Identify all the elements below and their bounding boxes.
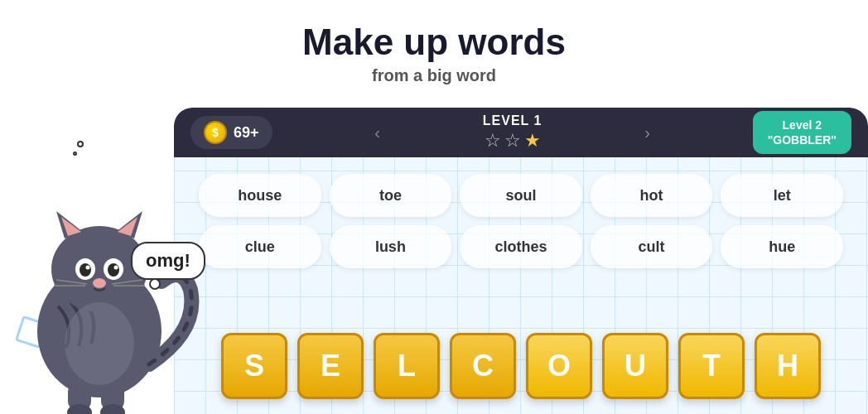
svg-point-8 — [80, 263, 91, 277]
word-cell[interactable]: clothes — [460, 225, 582, 268]
letter-tile-t[interactable]: T — [678, 333, 745, 399]
letter-tile-l[interactable]: L — [374, 333, 440, 399]
page-subtitle: from a big word — [372, 66, 496, 85]
nav-left-arrow[interactable]: ‹ — [364, 119, 391, 146]
star-1: ☆ — [485, 130, 501, 152]
level2-line1: Level 2 — [768, 118, 837, 132]
words-area: housetoesoulhotletcluelushclothesculthue — [190, 166, 851, 277]
word-cell[interactable]: lush — [330, 225, 452, 268]
letter-tile-c[interactable]: C — [450, 333, 516, 399]
svg-point-10 — [86, 266, 90, 270]
word-cell[interactable]: let — [721, 174, 843, 217]
word-cell[interactable]: cult — [591, 225, 713, 268]
tiles-row: SELCOUTH — [190, 333, 851, 399]
word-cell[interactable]: soul — [460, 174, 582, 217]
letter-tile-o[interactable]: O — [526, 333, 592, 399]
nav-right-arrow[interactable]: › — [634, 119, 661, 146]
level-label: LEVEL 1 — [483, 113, 542, 128]
svg-point-11 — [114, 266, 118, 270]
letter-tile-e[interactable]: E — [297, 333, 364, 399]
word-cell[interactable]: toe — [330, 174, 452, 217]
bubble-dot-1 — [77, 141, 84, 147]
letter-tile-u[interactable]: U — [602, 333, 668, 399]
speech-bubble-text: omg! — [146, 250, 190, 271]
bubble-dot-2 — [73, 152, 77, 156]
coin-count: 69+ — [234, 124, 259, 142]
panel-topbar: $ 69+ ‹ LEVEL 1 ☆ ☆ ★ › Level 2 "GOBBLER… — [174, 108, 868, 157]
cat-illustration — [8, 149, 207, 414]
level2-badge[interactable]: Level 2 "GOBBLER" — [753, 111, 851, 154]
star-2: ☆ — [504, 130, 521, 152]
game-panel: $ 69+ ‹ LEVEL 1 ☆ ☆ ★ › Level 2 "GOBBLER… — [174, 108, 868, 414]
level2-line2: "GOBBLER" — [768, 132, 837, 147]
svg-point-21 — [65, 302, 134, 385]
stars-row: ☆ ☆ ★ — [485, 130, 541, 152]
page-title: Make up words — [302, 22, 566, 62]
svg-point-12 — [93, 278, 106, 288]
svg-point-9 — [108, 263, 119, 277]
header: Make up words from a big word — [0, 0, 868, 108]
speech-bubble: omg! — [131, 242, 205, 280]
letter-tile-h[interactable]: H — [755, 333, 821, 399]
word-cell[interactable]: hot — [591, 174, 713, 217]
word-cell[interactable]: hue — [721, 225, 843, 268]
level-center: LEVEL 1 ☆ ☆ ★ — [483, 113, 542, 152]
star-3: ★ — [524, 130, 541, 152]
